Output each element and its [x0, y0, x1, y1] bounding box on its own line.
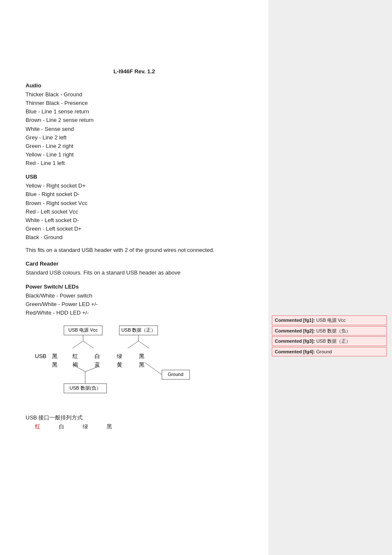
svg-line-23 [144, 362, 162, 375]
power-line-2: Red/White - HDD LED +/- [26, 309, 243, 317]
bottom-char-2: 绿 [73, 423, 97, 431]
svg-line-5 [83, 341, 94, 348]
sidebar: Commented [fg1]: USB 电源 Vcc Commented [f… [268, 0, 392, 555]
svg-line-6 [72, 341, 83, 348]
power-line-0: Black/White - Power switch [26, 292, 243, 300]
comment-item-0: Commented [fg1]: USB 电源 Vcc [272, 315, 387, 325]
svg-line-9 [138, 341, 149, 348]
doc-title-text: L-I946F Rev. 1.2 [113, 68, 155, 75]
bottom-char-0: 红 [26, 423, 49, 431]
audio-line-6: Green - Line 2 right [26, 142, 243, 150]
main-content: L-I946F Rev. 1.2 Audio Thicker Black - G… [0, 0, 268, 555]
comment-label-0: Commented [fg1]: [275, 318, 315, 323]
comment-text-3: Ground [316, 349, 332, 354]
usb-line-4: White - Left socket D- [26, 216, 243, 225]
audio-line-3: Brown - Line 2 sense return [26, 116, 243, 124]
svg-text:USB 数据(负）: USB 数据(负） [69, 385, 101, 390]
usb-line-1: Blue - Right socket D- [26, 190, 243, 199]
comment-text-2: USB 数据（正） [316, 338, 351, 344]
audio-line-0: Thicker Black - Ground [26, 90, 243, 99]
card-reader-line: Standard USB colours. Fits on a stanard … [26, 269, 243, 277]
bottom-row-chars: 红 白 绿 黑 [26, 423, 243, 431]
comment-item-2: Commented [fg3]: USB 数据（正） [272, 336, 387, 346]
comment-text-0: USB 电源 Vcc [316, 318, 346, 323]
audio-section: Audio Thicker Black - Ground Thinner Bla… [26, 82, 243, 168]
bottom-label-text: USB 接口一般排列方式 [26, 413, 243, 422]
usb-section: USB Yellow - Right socket D+ Blue - Righ… [26, 173, 243, 242]
svg-text:红: 红 [72, 353, 78, 359]
audio-line-5: Grey - Line 2 left [26, 133, 243, 142]
svg-text:USB: USB [35, 353, 46, 359]
power-switch-section: Power Switch/ LEDs Black/White - Power s… [26, 283, 243, 317]
comments-panel: Commented [fg1]: USB 电源 Vcc Commented [f… [272, 315, 387, 357]
comment-item-1: Commented [fg2]: USB 数据（负） [272, 326, 387, 336]
usb-line-5: Green - Left socket D+ [26, 225, 243, 233]
comment-label-1: Commented [fg2]: [275, 328, 315, 333]
audio-line-4: White - Sense send [26, 125, 243, 133]
svg-text:蓝: 蓝 [95, 361, 100, 368]
svg-line-27 [77, 367, 85, 372]
svg-text:Ground: Ground [168, 372, 184, 377]
page-wrapper: L-I946F Rev. 1.2 Audio Thicker Black - G… [0, 0, 392, 555]
comment-label-2: Commented [fg3]: [275, 338, 315, 344]
audio-line-7: Yellow - Line 1 right [26, 150, 243, 159]
svg-text:黑: 黑 [52, 353, 58, 359]
svg-line-28 [85, 367, 97, 372]
usb-line-6: Black - Ground [26, 233, 243, 242]
svg-text:黑: 黑 [139, 353, 144, 359]
svg-line-8 [128, 341, 138, 348]
usb-heading: USB [26, 173, 243, 180]
svg-text:褐: 褐 [72, 361, 78, 368]
audio-line-2: Blue - Line 1 sense return [26, 107, 243, 116]
usb-note: This fits on a standard USB header with … [26, 246, 243, 254]
comment-item-3: Commented [fg4]: Ground [272, 347, 387, 357]
power-line-1: Green/White - Power LED +/- [26, 300, 243, 309]
svg-text:黑: 黑 [139, 361, 144, 368]
comment-text-1: USB 数据（负） [316, 328, 351, 333]
bottom-char-3: 黑 [97, 423, 121, 431]
usb-line-2: Brown - Right socket Vcc [26, 199, 243, 208]
bottom-label-area: USB 接口一般排列方式 红 白 绿 黑 [26, 413, 243, 431]
power-switch-heading: Power Switch/ LEDs [26, 283, 243, 290]
usb-diagram-area: USB 电源 Vcc USB 数据（正） USB 黑 红 白 [26, 325, 230, 410]
audio-line-8: Red - Line 1 left [26, 159, 243, 168]
svg-text:USB 电源 Vcc: USB 电源 Vcc [68, 327, 98, 332]
usb-line-3: Red - Left socket Vcc [26, 208, 243, 216]
svg-text:USB 数据（正）: USB 数据（正） [121, 327, 156, 332]
audio-line-1: Thinner Black - Presence [26, 99, 243, 107]
card-reader-heading: Card Reader [26, 260, 243, 267]
svg-text:黄: 黄 [117, 361, 122, 368]
audio-heading: Audio [26, 82, 243, 89]
svg-text:白: 白 [95, 353, 100, 359]
card-reader-section: Card Reader Standard USB colours. Fits o… [26, 260, 243, 277]
doc-title: L-I946F Rev. 1.2 [26, 68, 243, 75]
usb-line-0: Yellow - Right socket D+ [26, 182, 243, 190]
comment-label-3: Commented [fg4]: [275, 349, 315, 354]
svg-text:黑: 黑 [52, 361, 58, 368]
svg-text:绿: 绿 [117, 353, 122, 359]
bottom-char-1: 白 [49, 423, 73, 431]
usb-diagram-svg: USB 电源 Vcc USB 数据（正） USB 黑 红 白 [26, 325, 230, 410]
